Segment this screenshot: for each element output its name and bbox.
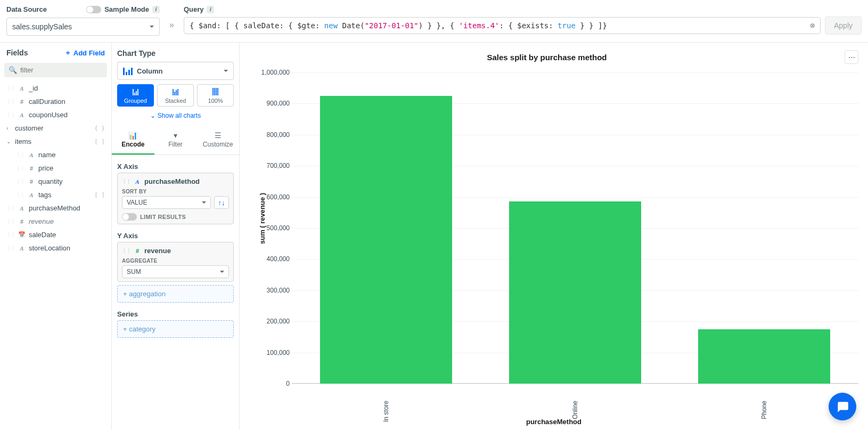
encode-filter-customize-tabs: 📊 Encode ▾ Filter ☰ Customize — [112, 127, 239, 155]
show-all-charts-link[interactable]: ⌄ Show all charts — [117, 112, 234, 119]
aggregate-select[interactable]: SUM — [122, 265, 229, 278]
grouped-icon — [133, 88, 138, 95]
string-type-icon: A — [18, 245, 26, 251]
grip-icon: ⋮⋮ — [122, 179, 130, 184]
info-icon[interactable]: i — [207, 6, 214, 13]
field-item-saledate[interactable]: ⋮⋮ 📅 saleDate — [4, 228, 107, 241]
fields-filter-text[interactable] — [20, 66, 110, 74]
chat-button[interactable] — [829, 393, 856, 420]
field-item-items-quantity[interactable]: ⋮⋮ # quantity — [4, 175, 107, 188]
field-item-couponused[interactable]: ⋮⋮ A couponUsed — [4, 108, 107, 121]
chat-icon — [836, 400, 849, 413]
x-axis-dropzone[interactable]: ⋮⋮ A purchaseMethod SORT BY VALUE ↑↓ LIM… — [117, 173, 234, 224]
field-item-items-tags[interactable]: ⋮⋮ A tags [ ] — [4, 188, 107, 201]
number-type-icon: # — [28, 179, 35, 185]
query-token: { $and: [ { saleDate: { $gte: — [190, 21, 324, 30]
query-token: "2017-01-01" — [365, 21, 419, 30]
field-item-storelocation[interactable]: ⋮⋮ A storeLocation — [4, 241, 107, 255]
field-item-purchasemethod[interactable]: ⋮⋮ A purchaseMethod — [4, 201, 107, 215]
grip-icon: ⋮⋮ — [6, 206, 15, 211]
y-axis-field[interactable]: ⋮⋮ # revenue — [122, 246, 229, 258]
field-name: name — [38, 151, 56, 159]
clear-query-icon[interactable]: ⊗ — [810, 21, 815, 30]
sort-direction-button[interactable]: ↑↓ — [214, 196, 229, 209]
query-token: new — [324, 21, 338, 30]
add-category-button[interactable]: + category — [117, 320, 234, 338]
field-item-items-name[interactable]: ⋮⋮ A name — [4, 148, 107, 161]
tab-filter[interactable]: ▾ Filter — [154, 127, 197, 155]
tab-customize[interactable]: ☰ Customize — [196, 127, 239, 155]
number-type-icon: # — [134, 248, 141, 254]
aggregate-value: SUM — [127, 268, 141, 275]
y-axis-label: Y Axis — [117, 232, 234, 240]
sort-by-label: SORT BY — [122, 189, 229, 194]
fields-title: Fields — [6, 48, 28, 57]
field-item-id[interactable]: ⋮⋮ A _id — [4, 82, 107, 95]
chart-type-select[interactable]: Column — [117, 62, 234, 80]
fields-panel: Fields ＋ Add Field 🔍 ⋮⋮ A _id ⋮⋮ # callD… — [0, 43, 112, 430]
bar-online: Online — [481, 72, 670, 384]
gridline — [292, 384, 858, 384]
field-item-items[interactable]: ⌄ items [ ] — [4, 135, 107, 148]
query-token: true — [558, 21, 576, 30]
tab-label: Customize — [203, 141, 233, 148]
field-name: quantity — [38, 177, 63, 185]
field-name: items — [15, 137, 31, 145]
chart-menu-button[interactable]: ⋯ — [845, 50, 858, 64]
grip-icon: ⋮⋮ — [16, 192, 24, 198]
field-item-revenue[interactable]: ⋮⋮ # revenue — [4, 215, 107, 228]
field-item-customer[interactable]: › customer { } — [4, 121, 107, 135]
y-tick: 900,000 — [249, 100, 290, 107]
subtype-grouped-button[interactable]: Grouped — [117, 84, 154, 107]
chart-type-value: Column — [137, 67, 162, 75]
add-aggregation-button[interactable]: + aggregation — [117, 285, 234, 303]
chevron-down-icon — [150, 26, 154, 30]
add-field-button[interactable]: ＋ Add Field — [64, 48, 105, 58]
subtype-100pct-button[interactable]: 100% — [197, 84, 234, 107]
y-axis-dropzone[interactable]: ⋮⋮ # revenue AGGREGATE SUM — [117, 242, 234, 282]
field-name: couponUsed — [29, 111, 68, 119]
info-icon[interactable]: i — [152, 6, 160, 13]
query-label-text: Query — [184, 5, 204, 13]
field-name: callDuration — [29, 98, 65, 106]
grip-icon: ⋮⋮ — [6, 99, 15, 104]
field-name: saleDate — [29, 231, 56, 239]
field-name: customer — [15, 124, 43, 132]
sample-mode-toggle[interactable] — [86, 6, 101, 13]
number-type-icon: # — [18, 218, 26, 225]
query-input[interactable]: { $and: [ { saleDate: { $gte: new Date("… — [184, 17, 821, 34]
x-tick: In store — [382, 401, 390, 422]
main-area: Fields ＋ Add Field 🔍 ⋮⋮ A _id ⋮⋮ # callD… — [0, 43, 868, 430]
y-tick: 500,000 — [249, 224, 290, 232]
grip-icon: ⋮⋮ — [16, 152, 24, 158]
limit-results-toggle[interactable] — [122, 213, 137, 221]
x-axis-field[interactable]: ⋮⋮ A purchaseMethod — [122, 176, 229, 189]
field-item-callduration[interactable]: ⋮⋮ # callDuration — [4, 95, 107, 108]
bar[interactable] — [698, 329, 830, 384]
add-category-label: category — [129, 325, 155, 333]
apply-button[interactable]: Apply — [825, 17, 862, 35]
chevron-down-icon — [220, 271, 224, 275]
series-section: Series + category — [117, 310, 234, 338]
bar[interactable] — [509, 201, 641, 384]
subtype-stacked-button[interactable]: Stacked — [157, 84, 194, 107]
query-token: : { $exists: — [499, 21, 558, 30]
x-tick: Online — [571, 401, 579, 419]
data-source-section: Data Source Sample Mode i sales.supplySa… — [6, 5, 160, 36]
data-source-select[interactable]: sales.supplySales — [6, 18, 160, 36]
field-name: _id — [29, 84, 38, 92]
sort-by-select[interactable]: VALUE — [122, 196, 211, 209]
field-name: revenue — [29, 217, 54, 225]
field-item-items-price[interactable]: ⋮⋮ # price — [4, 161, 107, 175]
x-axis-section: X Axis ⋮⋮ A purchaseMethod SORT BY VALUE… — [117, 163, 234, 224]
column-chart-icon — [123, 67, 133, 75]
tab-encode[interactable]: 📊 Encode — [112, 127, 154, 155]
field-name: price — [38, 164, 53, 172]
y-tick: 300,000 — [249, 287, 290, 294]
add-field-label: Add Field — [73, 49, 105, 57]
fields-filter-input[interactable]: 🔍 — [4, 63, 107, 77]
grip-icon: ⋮⋮ — [6, 112, 15, 118]
number-type-icon: # — [18, 99, 26, 105]
query-token: Date( — [338, 21, 365, 30]
bar[interactable] — [320, 96, 452, 384]
